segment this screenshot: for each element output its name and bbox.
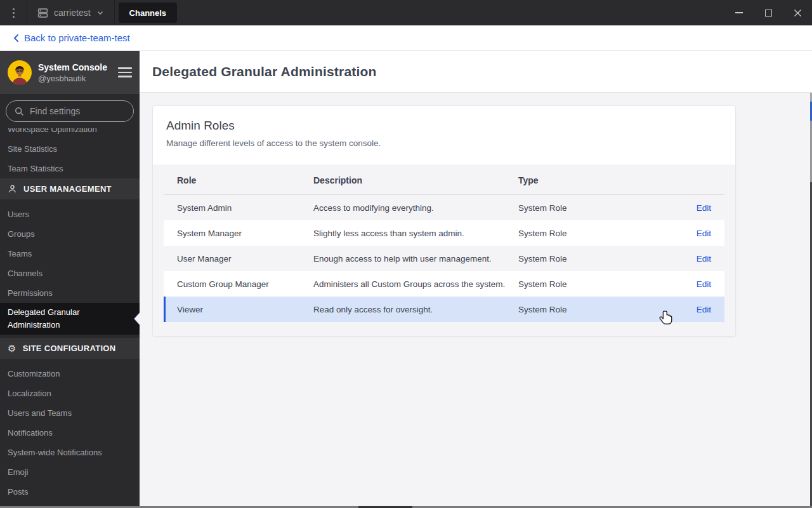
column-header-description: Description	[313, 175, 518, 185]
server-name: carrietest	[54, 8, 91, 18]
gear-icon: ⚙	[8, 344, 16, 353]
table-header-row: Role Description Type	[164, 164, 724, 195]
cell-type: System Role	[518, 203, 673, 213]
menu-icon[interactable]	[118, 65, 132, 80]
selected-item-arrow	[134, 313, 140, 324]
card-title: Admin Roles	[166, 119, 723, 133]
cell-role: System Manager	[177, 229, 313, 238]
sidebar-item-posts[interactable]: Posts	[0, 482, 140, 502]
sidebar-item-groups[interactable]: Groups	[0, 224, 140, 244]
page-body: Admin Roles Manage different levels of a…	[140, 93, 812, 349]
minimize-icon	[735, 12, 743, 13]
back-link-label: Back to private-team-test	[24, 32, 130, 43]
card-header: Admin Roles Manage different levels of a…	[153, 106, 735, 164]
edit-link-user-manager[interactable]: Edit	[673, 254, 711, 264]
search-icon	[15, 107, 24, 116]
close-icon	[794, 9, 802, 17]
edit-link-viewer[interactable]: Edit	[673, 305, 711, 314]
chevron-down-icon	[96, 9, 104, 17]
minimize-button[interactable]	[724, 0, 754, 25]
tab-channels[interactable]: Channels	[119, 3, 178, 23]
back-to-team-link[interactable]: Back to private-team-test	[13, 32, 130, 43]
app-window: carrietest Channels Back to private-team…	[0, 0, 812, 508]
cell-description: Access to modifying everything.	[313, 203, 518, 213]
sidebar-item-file-sharing-and-downloads[interactable]: File Sharing and Downloads	[0, 502, 140, 506]
roles-table: Role Description Type System Admin Acces…	[153, 164, 735, 336]
cell-role: Viewer	[177, 305, 313, 314]
console-title: System Console	[38, 62, 112, 73]
sidebar-item-workspace-optimization[interactable]: Workspace Optimization	[0, 128, 140, 139]
table-row-custom-group-manager: Custom Group Manager Administers all Cus…	[164, 271, 724, 297]
cell-description: Administers all Custom Groups across the…	[313, 279, 518, 289]
sidebar-search	[0, 94, 140, 128]
table-row-system-admin: System Admin Access to modifying everyth…	[164, 195, 724, 220]
sidebar-nav: Workspace Optimization Site Statistics T…	[0, 128, 140, 506]
console-username: @yesbhautik	[38, 73, 112, 84]
cell-type: System Role	[518, 229, 673, 238]
card-description: Manage different levels of access to the…	[166, 138, 723, 148]
edit-link-system-manager[interactable]: Edit	[673, 229, 711, 238]
admin-roles-card: Admin Roles Manage different levels of a…	[152, 105, 736, 337]
search-input[interactable]	[30, 106, 140, 116]
close-button[interactable]	[783, 0, 812, 25]
sidebar-item-permissions[interactable]: Permissions	[0, 283, 140, 303]
sidebar-item-emoji[interactable]: Emoji	[0, 462, 140, 482]
page-title: Delegated Granular Administration	[152, 64, 377, 79]
cell-type: System Role	[518, 305, 673, 314]
sidebar-item-users[interactable]: Users	[0, 204, 140, 224]
cell-role: System Admin	[177, 203, 313, 213]
maximize-button[interactable]	[754, 0, 783, 25]
table-row-system-manager: System Manager Slightly less access than…	[164, 220, 724, 246]
chevron-left-icon	[13, 34, 20, 43]
table-row-user-manager: User Manager Enough access to help with …	[164, 246, 724, 271]
window-controls	[724, 0, 812, 25]
section-site-configuration[interactable]: ⚙ SITE CONFIGURATION	[0, 338, 140, 359]
sidebar-item-localization[interactable]: Localization	[0, 384, 140, 403]
cell-role: Custom Group Manager	[177, 279, 313, 289]
sidebar-item-channels[interactable]: Channels	[0, 264, 140, 283]
console-sidebar: System Console @yesbhautik Workspace Opt…	[0, 51, 140, 506]
avatar	[8, 60, 32, 84]
back-navigation-bar: Back to private-team-test	[0, 25, 812, 51]
edit-link-system-admin[interactable]: Edit	[673, 203, 711, 213]
section-label: SITE CONFIGURATION	[23, 344, 116, 353]
cell-type: System Role	[518, 279, 673, 289]
sidebar-item-users-and-teams[interactable]: Users and Teams	[0, 403, 140, 423]
user-icon	[8, 184, 17, 194]
page-header: Delegated Granular Administration	[140, 51, 812, 93]
section-label: USER MANAGEMENT	[23, 184, 112, 194]
sidebar-header: System Console @yesbhautik	[0, 51, 140, 94]
server-selector[interactable]: carrietest	[27, 0, 115, 25]
cell-description: Read only access for oversight.	[313, 305, 518, 314]
section-user-management[interactable]: USER MANAGEMENT	[0, 178, 140, 199]
selected-item-label: Delegated Granular Administration	[8, 307, 79, 330]
server-icon	[37, 8, 48, 18]
cell-role: User Manager	[177, 254, 313, 264]
sidebar-item-notifications[interactable]: Notifications	[0, 423, 140, 443]
kebab-menu-icon[interactable]	[0, 0, 27, 25]
cell-description: Enough access to help with user manageme…	[313, 254, 518, 264]
sidebar-item-teams[interactable]: Teams	[0, 244, 140, 264]
window-titlebar: carrietest Channels	[0, 0, 812, 25]
sidebar-item-delegated-granular-administration[interactable]: Delegated Granular Administration	[0, 303, 140, 335]
main-content: Delegated Granular Administration Admin …	[140, 51, 812, 506]
cell-description: Slightly less access than system admin.	[313, 229, 518, 238]
sidebar-item-customization[interactable]: Customization	[0, 364, 140, 384]
table-row-viewer: Viewer Read only access for oversight. S…	[164, 297, 724, 322]
maximize-icon	[765, 10, 772, 17]
column-header-type: Type	[518, 175, 673, 185]
sidebar-item-system-wide-notifications[interactable]: System-wide Notifications	[0, 443, 140, 462]
sidebar-item-site-statistics[interactable]: Site Statistics	[0, 139, 140, 159]
edit-link-custom-group-manager[interactable]: Edit	[673, 279, 711, 289]
column-header-role: Role	[177, 175, 313, 185]
cell-type: System Role	[518, 254, 673, 264]
sidebar-item-team-statistics[interactable]: Team Statistics	[0, 159, 140, 178]
